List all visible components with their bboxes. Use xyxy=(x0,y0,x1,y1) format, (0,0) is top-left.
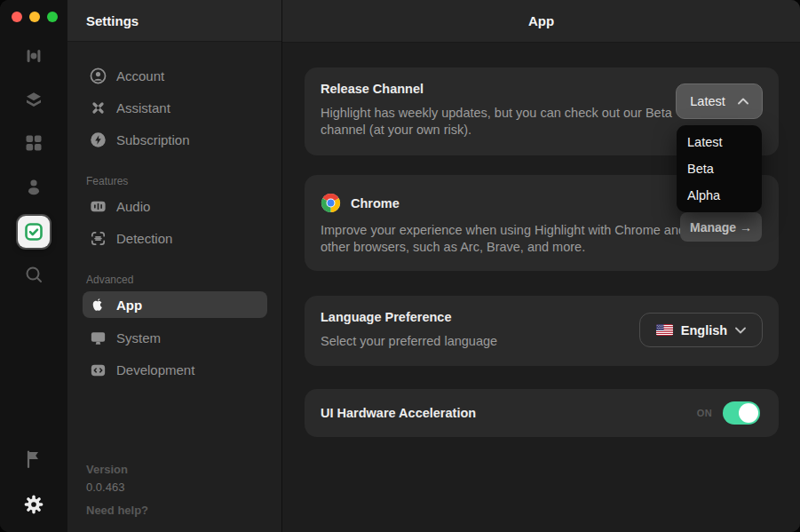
sidebar-item-label: Subscription xyxy=(116,132,190,147)
toggle-state-label: ON xyxy=(697,408,712,418)
sidebar-item-subscription[interactable]: Subscription xyxy=(83,126,267,153)
account-icon xyxy=(88,66,107,85)
menu-option-alpha[interactable]: Alpha xyxy=(677,182,762,209)
checkbox-app-tile xyxy=(18,216,50,248)
need-help-link[interactable]: Need help? xyxy=(86,504,148,517)
active-checkbox-app-icon[interactable] xyxy=(0,216,67,248)
traffic-lights xyxy=(12,12,58,22)
minimize-window-button[interactable] xyxy=(29,12,40,22)
release-channel-value: Latest xyxy=(690,94,725,108)
settings-sidebar: Settings Account xyxy=(67,0,282,532)
hardware-acceleration-card: UI Hardware Acceleration ON xyxy=(305,389,779,437)
system-icon xyxy=(88,328,107,347)
version-value: 0.0.463 xyxy=(86,480,124,494)
sidebar-item-label: System xyxy=(116,330,161,345)
sidebar-section-advanced: Advanced xyxy=(86,274,133,286)
layers-icon[interactable] xyxy=(0,89,67,110)
audio-icon xyxy=(88,196,107,216)
sidebar-item-label: Assistant xyxy=(116,100,170,115)
zoom-window-button[interactable] xyxy=(47,12,58,22)
chevron-up-icon xyxy=(738,98,749,105)
us-flag-icon xyxy=(656,324,673,336)
release-channel-select[interactable]: Latest xyxy=(676,83,763,119)
sidebar-item-label: Development xyxy=(116,362,194,377)
language-select[interactable]: English xyxy=(639,313,763,347)
language-card: Language Preference Select your preferre… xyxy=(305,296,779,366)
settings-window: Settings Account xyxy=(0,0,800,532)
sidebar-item-label: Audio xyxy=(116,199,150,214)
profile-icon[interactable] xyxy=(0,176,67,197)
sidebar-item-label: App xyxy=(116,298,142,313)
flag-icon[interactable] xyxy=(0,449,67,470)
subscription-icon xyxy=(88,130,107,149)
sidebar-item-label: Detection xyxy=(116,231,172,246)
manage-chrome-button[interactable]: Manage → xyxy=(680,212,762,242)
sidebar-item-detection[interactable]: Detection xyxy=(83,225,267,251)
chrome-logo-icon xyxy=(321,193,341,213)
search-icon[interactable] xyxy=(0,264,67,285)
sidebar-item-app[interactable]: App xyxy=(83,291,267,318)
hardware-acceleration-toggle[interactable] xyxy=(723,401,760,425)
sidebar-section-features: Features xyxy=(86,175,128,187)
hardware-acceleration-title: UI Hardware Acceleration xyxy=(321,406,476,420)
sidebar-item-audio[interactable]: Audio xyxy=(83,193,267,219)
sidebar-item-system[interactable]: System xyxy=(83,324,267,351)
page-title: App xyxy=(282,0,800,43)
icon-rail xyxy=(0,0,67,532)
apple-icon xyxy=(88,295,107,314)
app-settings-pane: App Release Channel Highlight has weekly… xyxy=(282,0,800,532)
release-channel-description: Highlight has weekly updates, but you ca… xyxy=(321,105,686,139)
sidebar-item-account[interactable]: Account xyxy=(83,62,267,89)
sidebar-title: Settings xyxy=(67,0,281,42)
language-value: English xyxy=(681,323,727,337)
highlights-icon[interactable] xyxy=(0,45,67,67)
development-icon xyxy=(88,360,107,379)
sidebar-item-development[interactable]: Development xyxy=(83,356,267,383)
sidebar-item-assistant[interactable]: Assistant xyxy=(83,94,267,121)
close-window-button[interactable] xyxy=(12,12,22,22)
menu-option-beta[interactable]: Beta xyxy=(677,155,762,182)
sidebar-item-label: Account xyxy=(116,68,164,83)
release-channel-menu: Latest Beta Alpha xyxy=(677,125,762,212)
chrome-title: Chrome xyxy=(351,196,400,210)
detection-icon xyxy=(88,228,107,248)
apps-grid-icon[interactable] xyxy=(0,132,67,154)
chevron-down-icon xyxy=(735,327,746,334)
settings-gear-icon[interactable] xyxy=(0,493,67,516)
chrome-description: Improve your experience when using Highl… xyxy=(321,222,686,256)
menu-option-latest[interactable]: Latest xyxy=(677,129,762,155)
version-label: Version xyxy=(86,463,128,476)
toggle-knob xyxy=(739,403,758,423)
assistant-icon xyxy=(88,98,107,117)
language-description: Select your preferred language xyxy=(321,333,686,350)
